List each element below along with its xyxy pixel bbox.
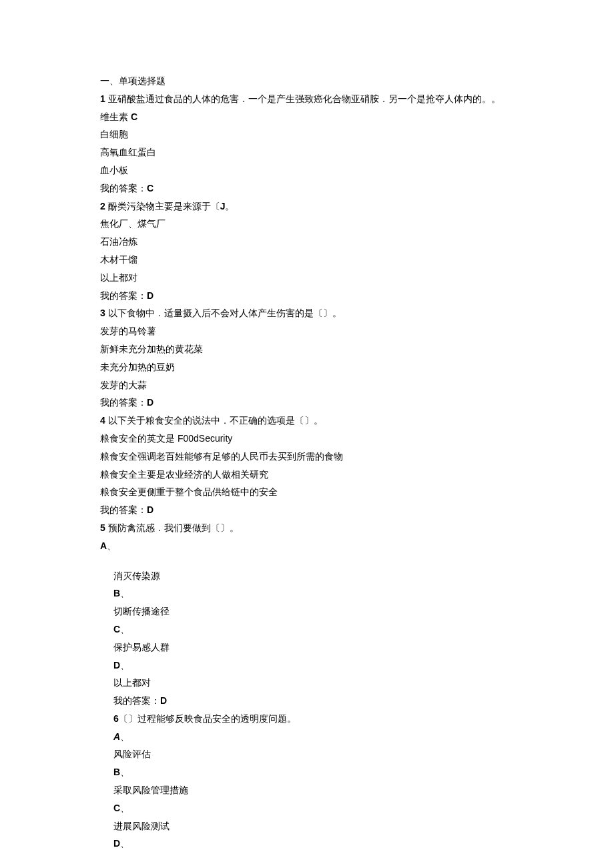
q5-optB: 切断传播途径 — [100, 604, 527, 620]
q3-optA: 发芽的马铃薯 — [100, 324, 527, 340]
q5-optA: 消灭传染源 — [100, 568, 527, 584]
q6-lblD-punc: 、 — [120, 838, 129, 849]
section-header: 一、单项选择题 — [100, 73, 527, 89]
q6-optA: 风险评估 — [100, 747, 527, 763]
q5-lblB: B、 — [100, 586, 527, 602]
q4-optC: 粮食安全主要是农业经济的人做相关研究 — [100, 467, 527, 483]
q5-lblA: A、 — [100, 538, 527, 554]
q2-optD: 以上都对 — [100, 270, 527, 286]
q1-optC: 高氧血红蛋白 — [100, 145, 527, 161]
q2-text: 酚类污染物主要是来源于〔 — [105, 201, 220, 211]
q1-optA-bold: C — [131, 111, 137, 122]
q1-ans-label: 我的答案： — [100, 183, 147, 193]
q4-text: 以下关于粮食安全的说法中．不正确的选项是〔〕。 — [105, 415, 323, 426]
q5-optC: 保护易感人群 — [100, 640, 527, 656]
q3-ans-label: 我的答案： — [100, 397, 147, 408]
q3-stem: 3 以下食物中．适量摄入后不会对人体产生伤害的是〔〕。 — [100, 306, 527, 322]
q5-lblA-punc: 、 — [107, 540, 116, 551]
q1-text: 亚硝酸盐通过食品的人体的危害．一个是产生强致癌化合物亚硝胺．另一个是抢夺人体内的… — [105, 93, 501, 104]
q2-answer: 我的答案：D — [100, 288, 527, 304]
q6-lblB-letter: B — [113, 767, 120, 777]
q6-lblC: C、 — [100, 801, 527, 817]
q5-number: 5 — [100, 522, 105, 533]
q1-number: 1 — [100, 93, 105, 104]
q2-ans-value: D — [147, 290, 154, 301]
q5-stem: 5 预防禽流感．我们要做到〔〕。 — [100, 520, 527, 536]
q6-optC: 进展风险测试 — [100, 819, 527, 835]
q4-optD: 粮食安全更侧重于整个食品供给链中的安全 — [100, 484, 527, 500]
q5-lblC-punc: 、 — [120, 624, 129, 634]
q6-lblA-letter: A — [113, 731, 120, 742]
q4-number: 4 — [100, 415, 105, 426]
q5-lblB-punc: 、 — [120, 588, 129, 598]
q1-answer: 我的答案：C — [100, 181, 527, 197]
q1-optA-pre: 维生素 — [100, 111, 131, 122]
q4-optB: 粮食安全强调老百姓能够有足够的人民币去买到所需的食物 — [100, 449, 527, 465]
q2-tail: 。 — [225, 201, 234, 211]
q5-lblD: D、 — [100, 658, 527, 674]
q2-optB: 石油冶炼 — [100, 234, 527, 250]
q5-lblB-letter: B — [113, 588, 120, 598]
q3-optD: 发芽的大蒜 — [100, 378, 527, 394]
q3-number: 3 — [100, 308, 105, 318]
q2-stem: 2 酚类污染物主要是来源于〔J。 — [100, 199, 527, 215]
q5-answer: 我的答案：D — [100, 693, 527, 709]
q1-optA: 维生素 C — [100, 109, 527, 125]
q2-number: 2 — [100, 201, 105, 211]
q6-lblA: A、 — [100, 729, 527, 745]
q1-optD: 血小板 — [100, 163, 527, 179]
q6-lblC-letter: C — [113, 803, 120, 813]
q6-stem: 6〔〕过程能够反映食品安全的透明度问题。 — [100, 711, 527, 727]
q1-ans-value: C — [147, 183, 154, 193]
q5-lblD-letter: D — [113, 660, 120, 671]
q6-lblD-letter: D — [113, 838, 120, 849]
q3-answer: 我的答案：D — [100, 395, 527, 411]
q4-optA: 粮食安全的英文是 F00dSecurity — [100, 431, 527, 447]
q6-lblB: B、 — [100, 765, 527, 781]
q5-lblA-letter: A — [100, 540, 107, 551]
q1-stem: 1 亚硝酸盐通过食品的人体的危害．一个是产生强致癌化合物亚硝胺．另一个是抢夺人体… — [100, 91, 527, 107]
q6-optB: 采取风险管理措施 — [100, 783, 527, 799]
q4-ans-label: 我的答案： — [100, 504, 147, 515]
q5-ans-value: D — [160, 695, 167, 706]
q5-lblC: C、 — [100, 622, 527, 638]
q4-stem: 4 以下关于粮食安全的说法中．不正确的选项是〔〕。 — [100, 413, 527, 429]
q3-ans-value: D — [147, 397, 154, 408]
q5-optD: 以上都对 — [100, 675, 527, 691]
q4-answer: 我的答案：D — [100, 502, 527, 518]
q3-optB: 新鲜未充分加热的黄花菜 — [100, 342, 527, 358]
q6-lblD: D、 — [100, 836, 527, 852]
q5-ans-label: 我的答案： — [113, 695, 160, 706]
q2-optA: 焦化厂、煤气厂 — [100, 216, 527, 232]
q5-text: 预防禽流感．我们要做到〔〕。 — [105, 522, 239, 533]
q4-ans-value: D — [147, 504, 154, 515]
q6-lblC-punc: 、 — [120, 803, 129, 813]
q6-number: 6 — [113, 713, 119, 724]
spacer — [100, 556, 527, 568]
q3-optC: 未充分加热的豆奶 — [100, 360, 527, 376]
q2-optC: 木材干馏 — [100, 252, 527, 268]
q5-lblD-punc: 、 — [120, 660, 129, 671]
q6-lblA-punc: 、 — [120, 731, 129, 742]
q6-text: 〔〕过程能够反映食品安全的透明度问题。 — [119, 713, 296, 724]
q6-lblB-punc: 、 — [120, 767, 129, 777]
q3-text: 以下食物中．适量摄入后不会对人体产生伤害的是〔〕。 — [105, 308, 342, 318]
q1-optB: 白细胞 — [100, 127, 527, 143]
q5-lblC-letter: C — [113, 624, 120, 634]
q2-ans-label: 我的答案： — [100, 290, 147, 301]
